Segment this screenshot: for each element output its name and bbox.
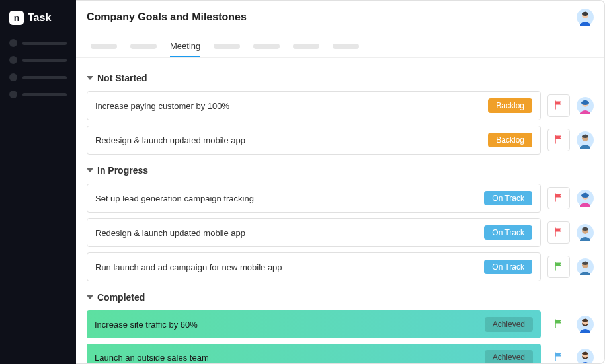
- assignee-avatar[interactable]: [577, 258, 594, 275]
- assignee-avatar[interactable]: [577, 316, 594, 333]
- section-header[interactable]: Completed: [87, 289, 594, 305]
- flag-icon: [553, 261, 564, 273]
- content-area: Not StartedIncrease paying customer by 1…: [76, 58, 604, 363]
- flag-button[interactable]: [547, 187, 570, 209]
- assignee-avatar[interactable]: [577, 97, 594, 114]
- flag-icon: [553, 227, 564, 239]
- section-title: Completed: [97, 292, 145, 303]
- logo-icon: n: [9, 11, 24, 25]
- tab-placeholder[interactable]: [253, 44, 280, 49]
- task-row: Run launch and ad campaign for new mobil…: [87, 252, 594, 281]
- flag-icon: [553, 318, 564, 331]
- task-row: Redesign & launch updated mobile appOn T…: [87, 218, 594, 247]
- chevron-down-icon: [87, 76, 93, 80]
- flag-button[interactable]: [547, 346, 570, 363]
- tabs: Meeting: [76, 34, 604, 58]
- status-badge: Achieved: [485, 350, 533, 363]
- task-text: Increase site traffic by 60%: [95, 320, 198, 330]
- section-title: In Progress: [97, 165, 148, 176]
- flag-button[interactable]: [547, 313, 570, 336]
- app-name: Task: [28, 12, 51, 24]
- assignee-avatar[interactable]: [577, 131, 594, 149]
- nav-item[interactable]: [0, 34, 76, 52]
- flag-icon: [553, 351, 564, 364]
- task-card[interactable]: Increase site traffic by 60%Achieved: [87, 310, 541, 338]
- assignee-avatar[interactable]: [577, 190, 594, 207]
- task-card[interactable]: Run launch and ad campaign for new mobil…: [87, 252, 541, 281]
- tab-placeholder[interactable]: [130, 44, 157, 49]
- task-card[interactable]: Redesign & launch updated mobile appOn T…: [87, 218, 541, 247]
- section: CompletedIncrease site traffic by 60%Ach…: [87, 289, 594, 363]
- section-header[interactable]: Not Started: [87, 70, 594, 86]
- task-row: Set up lead generation campaign tracking…: [87, 184, 594, 213]
- sidebar: n Task: [0, 0, 76, 364]
- task-text: Set up lead generation campaign tracking: [95, 194, 254, 203]
- app-logo[interactable]: n Task: [0, 7, 76, 34]
- assignee-avatar[interactable]: [577, 349, 594, 363]
- chevron-down-icon: [87, 295, 93, 299]
- nav-item[interactable]: [0, 86, 76, 103]
- section-header[interactable]: In Progress: [87, 163, 594, 178]
- flag-icon: [553, 192, 564, 205]
- user-avatar[interactable]: [577, 9, 594, 26]
- page-title: Company Goals and Milestones: [87, 11, 247, 23]
- header: Company Goals and Milestones: [76, 1, 604, 34]
- status-badge: Backlog: [488, 133, 532, 147]
- tab-meeting[interactable]: Meeting: [170, 41, 200, 57]
- status-badge: Backlog: [488, 98, 532, 113]
- task-row: Increase paying customer by 100%Backlog: [87, 91, 594, 120]
- status-badge: On Track: [484, 225, 532, 240]
- status-badge: Achieved: [485, 317, 533, 332]
- task-text: Run launch and ad campaign for new mobil…: [95, 262, 282, 272]
- flag-button[interactable]: [547, 129, 570, 151]
- flag-button[interactable]: [547, 94, 570, 117]
- tab-placeholder[interactable]: [214, 44, 240, 49]
- task-row: Launch an outside sales teamAchieved: [87, 344, 594, 363]
- assignee-avatar[interactable]: [577, 224, 594, 241]
- tab-placeholder[interactable]: [91, 44, 117, 49]
- task-card[interactable]: Redesign & launch updated mobile appBack…: [87, 126, 541, 155]
- status-badge: On Track: [484, 191, 532, 205]
- nav-item[interactable]: [0, 69, 76, 86]
- tab-placeholder[interactable]: [293, 44, 319, 49]
- chevron-down-icon: [87, 168, 93, 172]
- main-panel: Company Goals and Milestones Meeting Not…: [76, 0, 605, 364]
- task-text: Redesign & launch updated mobile app: [95, 228, 245, 238]
- task-card[interactable]: Launch an outside sales teamAchieved: [87, 344, 541, 363]
- task-text: Increase paying customer by 100%: [95, 101, 229, 111]
- task-row: Increase site traffic by 60%Achieved: [87, 310, 594, 338]
- nav-item[interactable]: [0, 52, 76, 69]
- task-card[interactable]: Set up lead generation campaign tracking…: [87, 184, 541, 213]
- tab-placeholder[interactable]: [333, 44, 359, 49]
- task-card[interactable]: Increase paying customer by 100%Backlog: [87, 91, 541, 120]
- section: Not StartedIncrease paying customer by 1…: [87, 70, 594, 155]
- flag-button[interactable]: [547, 256, 570, 278]
- section: In ProgressSet up lead generation campai…: [87, 163, 594, 281]
- flag-icon: [553, 100, 564, 112]
- flag-icon: [553, 134, 564, 147]
- task-row: Redesign & launch updated mobile appBack…: [87, 126, 594, 155]
- section-title: Not Started: [97, 73, 147, 83]
- task-text: Launch an outside sales team: [95, 353, 209, 363]
- task-text: Redesign & launch updated mobile app: [95, 135, 245, 145]
- flag-button[interactable]: [547, 221, 570, 244]
- status-badge: On Track: [484, 260, 532, 274]
